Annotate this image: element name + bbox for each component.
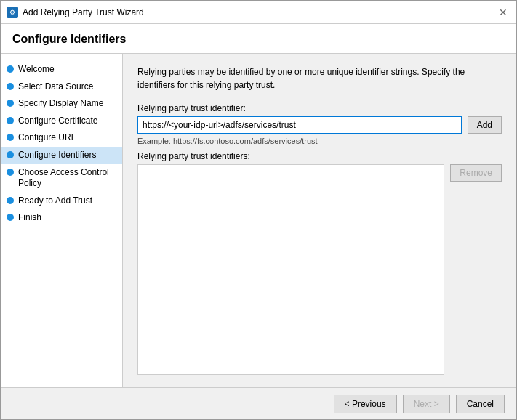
sidebar-item-label-finish: Finish bbox=[18, 212, 41, 224]
step-dot-configure-url bbox=[7, 134, 14, 141]
wizard-icon: ⚙ bbox=[7, 7, 18, 18]
identifiers-list-label: Relying party trust identifiers: bbox=[137, 151, 502, 161]
sidebar-item-label-configure-url: Configure URL bbox=[18, 132, 76, 144]
wizard-window: ⚙ Add Relying Party Trust Wizard ✕ Confi… bbox=[0, 0, 517, 420]
add-button[interactable]: Add bbox=[468, 116, 502, 134]
sidebar-item-ready-to-add[interactable]: Ready to Add Trust bbox=[1, 193, 122, 210]
window-title: Add Relying Party Trust Wizard bbox=[23, 7, 144, 17]
sidebar-item-choose-access-control[interactable]: Choose Access Control Policy bbox=[1, 164, 122, 193]
close-button[interactable]: ✕ bbox=[496, 5, 510, 20]
example-text: Example: https://fs.contoso.com/adfs/ser… bbox=[137, 137, 502, 145]
sidebar: WelcomeSelect Data SourceSpecify Display… bbox=[1, 54, 123, 387]
step-dot-choose-access-control bbox=[7, 169, 14, 176]
step-dot-specify-display-name bbox=[7, 100, 14, 107]
identifier-input-row: Add bbox=[137, 116, 502, 134]
step-dot-configure-certificate bbox=[7, 117, 14, 124]
sidebar-item-label-welcome: Welcome bbox=[18, 64, 55, 76]
sidebar-item-specify-display-name[interactable]: Specify Display Name bbox=[1, 95, 122, 113]
sidebar-item-configure-url[interactable]: Configure URL bbox=[1, 129, 122, 147]
content-area: WelcomeSelect Data SourceSpecify Display… bbox=[1, 54, 516, 387]
page-title: Configure Identifiers bbox=[12, 33, 505, 46]
remove-button[interactable]: Remove bbox=[450, 164, 502, 182]
description-text: Relying parties may be identified by one… bbox=[137, 65, 502, 92]
step-dot-configure-identifiers bbox=[7, 151, 14, 158]
step-dot-ready-to-add bbox=[7, 197, 14, 204]
main-panel: Relying parties may be identified by one… bbox=[123, 54, 516, 387]
identifiers-list bbox=[137, 164, 444, 375]
sidebar-item-configure-certificate[interactable]: Configure Certificate bbox=[1, 113, 122, 130]
identifiers-area-row: Remove bbox=[137, 164, 502, 375]
footer: < Previous Next > Cancel bbox=[1, 387, 516, 419]
step-dot-select-data-source bbox=[7, 83, 14, 90]
sidebar-item-label-configure-identifiers: Configure Identifiers bbox=[18, 150, 96, 161]
sidebar-item-configure-identifiers[interactable]: Configure Identifiers bbox=[1, 147, 122, 164]
page-header: Configure Identifiers bbox=[1, 24, 516, 54]
sidebar-item-label-choose-access-control: Choose Access Control Policy bbox=[18, 167, 116, 190]
identifier-input[interactable] bbox=[137, 116, 462, 134]
sidebar-item-label-select-data-source: Select Data Source bbox=[18, 81, 93, 93]
sidebar-item-label-ready-to-add: Ready to Add Trust bbox=[18, 195, 92, 207]
step-dot-finish bbox=[7, 214, 14, 221]
sidebar-item-label-configure-certificate: Configure Certificate bbox=[18, 116, 97, 127]
title-bar-left: ⚙ Add Relying Party Trust Wizard bbox=[7, 7, 144, 18]
identifier-label: Relying party trust identifier: bbox=[137, 103, 502, 113]
step-dot-welcome bbox=[7, 65, 14, 73]
sidebar-item-select-data-source[interactable]: Select Data Source bbox=[1, 78, 122, 96]
cancel-button[interactable]: Cancel bbox=[456, 395, 505, 413]
next-button[interactable]: Next > bbox=[403, 395, 450, 413]
title-bar: ⚙ Add Relying Party Trust Wizard ✕ bbox=[1, 1, 516, 24]
sidebar-item-finish[interactable]: Finish bbox=[1, 209, 122, 227]
previous-button[interactable]: < Previous bbox=[334, 395, 397, 413]
sidebar-item-welcome[interactable]: Welcome bbox=[1, 61, 122, 78]
sidebar-item-label-specify-display-name: Specify Display Name bbox=[18, 98, 103, 110]
